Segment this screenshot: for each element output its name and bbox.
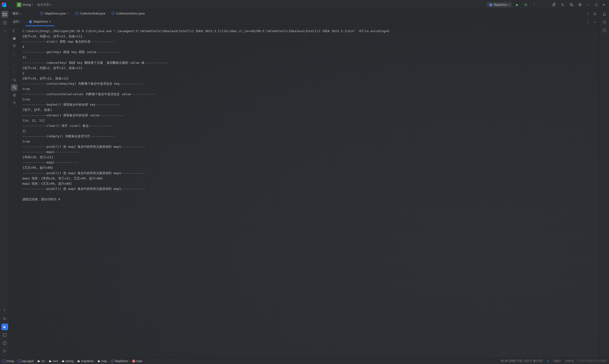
search-icon[interactable] bbox=[568, 1, 575, 8]
cursor-position[interactable]: 84:44 (3589 字符, 102 行 换行符) bbox=[501, 359, 543, 363]
java-class-icon: C bbox=[75, 12, 78, 15]
svg-point-25 bbox=[5, 351, 6, 352]
file-tab-collectionedit-java[interactable]: CCollectionEdit.java bbox=[72, 10, 108, 18]
breadcrumb-text: zhong bbox=[6, 360, 14, 363]
module-icon bbox=[18, 360, 21, 363]
more-actions-icon[interactable]: ⋮ bbox=[531, 1, 538, 8]
git-tool-button[interactable] bbox=[1, 348, 8, 354]
folder-icon: 🖿 bbox=[37, 360, 40, 363]
project-tool-button[interactable] bbox=[1, 11, 8, 18]
main-menu-icon[interactable] bbox=[8, 1, 15, 8]
settings-icon[interactable] bbox=[577, 1, 583, 8]
svg-marker-26 bbox=[14, 29, 15, 30]
breadcrumb-item[interactable]: 🖿zhong bbox=[62, 360, 74, 363]
breadcrumb-separator: › bbox=[15, 360, 16, 363]
terminal-tool-button[interactable] bbox=[1, 332, 8, 338]
stop-button[interactable] bbox=[11, 35, 18, 42]
svg-point-12 bbox=[579, 4, 581, 5]
maximize-button[interactable]: ▢ bbox=[593, 1, 599, 8]
intellij-logo-icon bbox=[2, 3, 6, 7]
problems-tool-button[interactable] bbox=[1, 340, 8, 346]
up-stack-button[interactable]: ↑ bbox=[11, 61, 18, 68]
java-class-icon: C bbox=[40, 12, 43, 15]
soft-wrap-button[interactable] bbox=[11, 77, 18, 83]
version-control-dropdown[interactable]: 版本控制 ▾ bbox=[37, 3, 52, 7]
rerun-button[interactable] bbox=[11, 28, 18, 34]
down-stack-button[interactable]: ↓ bbox=[11, 69, 18, 76]
line-separator[interactable]: CRLF bbox=[554, 360, 561, 363]
chevron-down-icon: ▾ bbox=[508, 3, 510, 6]
svg-rect-15 bbox=[5, 21, 6, 22]
svg-line-5 bbox=[526, 5, 527, 6]
svg-text:T: T bbox=[4, 309, 5, 312]
file-tab-collectiondemo-java[interactable]: CCollectionDemo.java bbox=[108, 10, 147, 18]
java-class-icon: C bbox=[111, 12, 115, 15]
run-tool-button[interactable]: ▶ bbox=[1, 324, 8, 330]
breadcrumb-item[interactable]: 🖿src bbox=[37, 360, 45, 363]
user-badge: Z bbox=[17, 2, 21, 7]
close-icon[interactable]: × bbox=[67, 12, 69, 15]
breadcrumb-item[interactable]: oop-app6 bbox=[18, 360, 34, 363]
structure-tool-button[interactable] bbox=[1, 20, 8, 26]
notifications-rail-button[interactable] bbox=[601, 11, 608, 18]
run-configuration-selector[interactable]: ⬤ MapDemo ▾ bbox=[487, 2, 512, 7]
minimize-button[interactable]: ─ bbox=[585, 1, 592, 8]
breadcrumb-item[interactable]: 🖿mapdemo bbox=[77, 360, 94, 363]
svg-rect-29 bbox=[13, 94, 15, 95]
breadcrumb-text: map bbox=[101, 360, 107, 363]
file-tab-mapdemo-java[interactable]: CMapDemo.java× bbox=[37, 10, 72, 18]
run-tab-mapdemo[interactable]: ⬤ MapDemo × bbox=[26, 18, 54, 26]
more-tool-button[interactable]: ⋯ bbox=[1, 28, 8, 34]
breadcrumb-item[interactable]: mmain bbox=[132, 360, 143, 363]
run-panel-more-icon[interactable]: ⋮ bbox=[585, 19, 591, 25]
filter-button[interactable] bbox=[11, 43, 18, 50]
services-tool-button[interactable] bbox=[1, 315, 8, 322]
translate-icon[interactable]: 文A bbox=[559, 1, 566, 8]
run-label: 运行： bbox=[11, 18, 26, 26]
folder-icon: 🖿 bbox=[98, 360, 100, 363]
clear-button[interactable] bbox=[11, 99, 18, 106]
run-tab-label: MapDemo bbox=[34, 20, 48, 23]
watermark: CSDN @知你几分垂眸 bbox=[578, 359, 607, 363]
notifications-icon[interactable] bbox=[591, 10, 598, 17]
breadcrumb-item[interactable]: 🖿com bbox=[49, 360, 58, 363]
run-button[interactable]: ▶ bbox=[514, 1, 520, 8]
module-icon bbox=[2, 360, 5, 363]
debug-button[interactable] bbox=[522, 1, 529, 8]
breadcrumb[interactable]: zhong›oop-app6›🖿src›🖿com›🖿zhong›🖿mapdemo… bbox=[2, 360, 143, 363]
svg-line-3 bbox=[527, 4, 527, 4]
titlebar: Z zhong ▾ 版本控制 ▾ ⬤ MapDemo ▾ ▶ ⋮ 文A bbox=[0, 0, 609, 10]
file-tab-label: CollectionEdit.java bbox=[80, 12, 105, 15]
console-output[interactable]: C:\Users\zhong\.jdks\openjdk-20.0.1\bin\… bbox=[19, 26, 599, 358]
close-icon[interactable]: × bbox=[49, 20, 51, 23]
folder-icon: 🖿 bbox=[49, 360, 52, 363]
breadcrumb-text: zhong bbox=[66, 360, 74, 363]
breadcrumb-separator: › bbox=[46, 360, 47, 363]
project-view-label[interactable]: 项目 ▾ bbox=[11, 12, 23, 16]
breadcrumb-item[interactable]: zhong bbox=[2, 360, 14, 363]
svg-point-20 bbox=[3, 341, 6, 345]
svg-rect-27 bbox=[13, 37, 15, 40]
run-config-icon: ⬤ bbox=[489, 3, 492, 6]
run-panel-minimize-icon[interactable]: ─ bbox=[591, 19, 598, 25]
close-button[interactable]: ✕ bbox=[600, 1, 607, 8]
database-rail-button[interactable] bbox=[601, 19, 608, 26]
run-tab-icon: ⬤ bbox=[29, 20, 32, 23]
breadcrumb-item[interactable]: CMapDemo bbox=[111, 360, 128, 363]
svg-rect-16 bbox=[5, 23, 6, 24]
editor-tabs-row: 项目 ▾ CMapDemo.java×CCollectionEdit.javaC… bbox=[10, 10, 599, 18]
breadcrumb-separator: › bbox=[95, 360, 96, 363]
code-with-me-icon[interactable] bbox=[551, 1, 557, 8]
more-console-button[interactable]: ⋮ bbox=[11, 51, 18, 57]
project-user-dropdown[interactable]: Z zhong ▾ bbox=[17, 2, 33, 7]
encoding[interactable]: UTF-8 bbox=[565, 360, 573, 363]
breadcrumb-item[interactable]: 🖿map bbox=[98, 360, 107, 363]
print-button[interactable] bbox=[11, 92, 18, 99]
todo-tool-button[interactable]: T bbox=[1, 307, 8, 314]
tabs-more-icon[interactable]: ⋮ bbox=[585, 10, 591, 17]
maven-rail-button[interactable] bbox=[601, 27, 608, 34]
scroll-to-end-button[interactable] bbox=[11, 84, 18, 91]
chevron-down-icon: ▾ bbox=[51, 3, 52, 6]
svg-rect-13 bbox=[3, 21, 4, 22]
svg-rect-14 bbox=[3, 23, 4, 24]
